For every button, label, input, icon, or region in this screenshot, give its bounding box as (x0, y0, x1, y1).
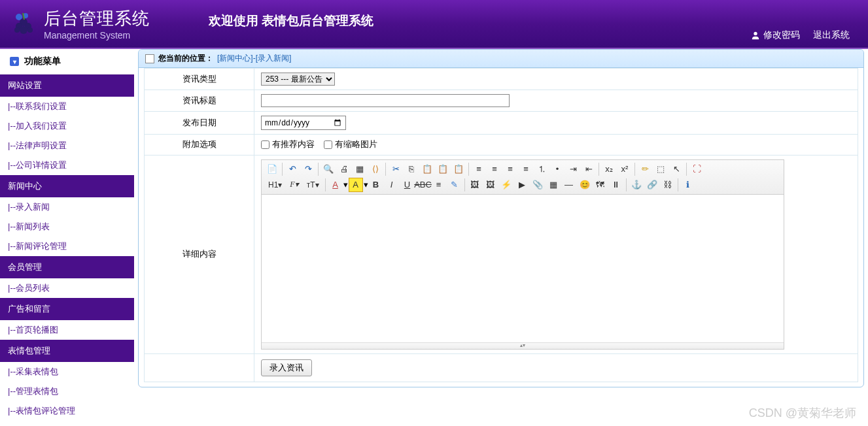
bold-icon[interactable]: B (369, 178, 383, 192)
table-icon[interactable]: ▦ (546, 178, 561, 192)
align-right-icon[interactable]: ≡ (503, 162, 517, 176)
breadcrumb-path: [新闻中心]-[录入新闻] (217, 53, 291, 64)
paste-icon[interactable]: 📋 (420, 162, 434, 176)
paste-word-icon[interactable]: 📋 (451, 162, 466, 176)
outdent-icon[interactable]: ⇤ (582, 162, 596, 176)
welcome-text: 欢迎使用 表情包后台管理系统 (209, 12, 373, 29)
menu-title: ▾ 功能菜单 (0, 49, 134, 74)
cut-icon[interactable]: ✂ (389, 162, 403, 176)
logout-link[interactable]: 退出系统 (813, 29, 850, 41)
content-label: 详细内容 (145, 155, 254, 353)
title-input[interactable] (261, 94, 510, 107)
fullscreen-icon[interactable]: ⛶ (689, 162, 704, 176)
editor-body[interactable] (262, 195, 784, 342)
breadcrumb: 您当前的位置： [新闻中心]-[录入新闻] (139, 50, 863, 68)
menu-item[interactable]: |--新闻评论管理 (0, 237, 134, 256)
heading-select[interactable]: H1▾ (265, 178, 285, 192)
preview-icon[interactable]: 🔍 (321, 162, 336, 176)
editor-toolbar: 📄 ↶ ↷ 🔍 🖨 ▦ ⟨⟩ (262, 160, 784, 195)
select-all-icon[interactable]: ⬚ (653, 162, 668, 176)
thumb-checkbox-wrap[interactable]: 有缩略图片 (324, 139, 377, 150)
code-icon[interactable]: ⟨⟩ (368, 162, 383, 176)
subscript-icon[interactable]: x₂ (602, 162, 616, 176)
rich-text-editor: 📄 ↶ ↷ 🔍 🖨 ▦ ⟨⟩ (261, 159, 784, 350)
menu-group[interactable]: 表情包管理 (0, 340, 134, 362)
menu-group[interactable]: 网站设置 (0, 74, 134, 97)
template-icon[interactable]: ▦ (353, 162, 367, 176)
editor-resize-handle[interactable]: ▴▾ (262, 342, 784, 349)
about-icon[interactable]: ℹ (681, 178, 695, 192)
type-select[interactable]: 253 --- 最新公告 (261, 73, 335, 86)
svg-point-8 (754, 32, 757, 35)
align-center-icon[interactable]: ≡ (487, 162, 502, 176)
svg-point-6 (14, 27, 20, 33)
font-size-select[interactable]: тT▾ (304, 178, 322, 192)
thumb-checkbox[interactable] (324, 140, 332, 149)
font-family-select[interactable]: F▾ (286, 178, 302, 192)
menu-item[interactable]: |--首页轮播图 (0, 320, 134, 340)
menu-item[interactable]: |--会员列表 (0, 278, 134, 298)
multi-image-icon[interactable]: 🖼 (483, 178, 498, 192)
menu-item[interactable]: |--联系我们设置 (0, 97, 134, 116)
undo-icon[interactable]: ↶ (285, 162, 300, 176)
link-icon[interactable]: 🔗 (645, 178, 659, 192)
menu-group[interactable]: 会员管理 (0, 256, 134, 278)
menu-item[interactable]: |--法律声明设置 (0, 136, 134, 156)
menu-item[interactable]: |--管理表情包 (0, 382, 134, 401)
cursor-icon[interactable]: ↖ (669, 162, 684, 176)
date-label: 发布日期 (145, 112, 254, 135)
user-icon (751, 31, 760, 40)
hr-icon[interactable]: — (562, 178, 576, 192)
menu-item[interactable]: |--采集表情包 (0, 362, 134, 382)
title-label: 资讯标题 (145, 90, 254, 112)
emoji-icon[interactable]: 😊 (578, 178, 592, 192)
list-ul-icon[interactable]: • (550, 162, 564, 176)
menu-group[interactable]: 广告和留言 (0, 298, 134, 320)
menu-item[interactable]: |--表情包评论管理 (0, 401, 134, 421)
submit-button[interactable]: 录入资讯 (261, 359, 312, 376)
menu-item[interactable]: |--公司详情设置 (0, 156, 134, 175)
recommend-checkbox[interactable] (261, 140, 269, 149)
copy-icon[interactable]: ⎘ (404, 162, 419, 176)
list-ol-icon[interactable]: ⒈ (534, 162, 549, 176)
page-icon (145, 54, 154, 63)
svg-point-5 (20, 26, 27, 34)
recommend-checkbox-wrap[interactable]: 有推荐内容 (261, 139, 315, 150)
paste-text-icon[interactable]: 📋 (436, 162, 450, 176)
page-break-icon[interactable]: ⏸ (609, 178, 623, 192)
underline-icon[interactable]: U (400, 178, 415, 192)
header: 后台管理系统 Management System 欢迎使用 表情包后台管理系统 … (0, 0, 868, 49)
menu-collapse-icon[interactable]: ▾ (10, 57, 19, 66)
clear-format-icon[interactable]: ✏ (638, 162, 652, 176)
sidebar: ▾ 功能菜单 网站设置|--联系我们设置|--加入我们设置|--法律声明设置|-… (0, 49, 134, 426)
superscript-icon[interactable]: x² (617, 162, 632, 176)
redo-icon[interactable]: ↷ (301, 162, 315, 176)
media-icon[interactable]: ▶ (515, 178, 529, 192)
italic-icon[interactable]: I (385, 178, 399, 192)
indent-icon[interactable]: ⇥ (566, 162, 580, 176)
file-icon[interactable]: 📎 (530, 178, 545, 192)
remove-format-icon[interactable]: ✎ (447, 178, 462, 192)
line-height-icon[interactable]: ≡ (432, 178, 446, 192)
font-color-icon[interactable]: A (328, 178, 343, 192)
source-icon[interactable]: 📄 (265, 162, 279, 176)
app-title-en: Management System (44, 30, 150, 41)
anchor-icon[interactable]: ⚓ (629, 178, 644, 192)
bg-color-icon[interactable]: A (349, 178, 363, 192)
date-input[interactable] (261, 116, 346, 130)
type-label: 资讯类型 (145, 69, 254, 90)
menu-item[interactable]: |--加入我们设置 (0, 116, 134, 136)
strike-icon[interactable]: ABC (416, 178, 430, 192)
print-icon[interactable]: 🖨 (337, 162, 351, 176)
align-justify-icon[interactable]: ≡ (519, 162, 533, 176)
menu-item[interactable]: |--新闻列表 (0, 217, 134, 237)
menu-group[interactable]: 新闻中心 (0, 175, 134, 197)
unlink-icon[interactable]: ⛓ (661, 178, 675, 192)
menu-item[interactable]: |--录入新闻 (0, 197, 134, 217)
align-left-icon[interactable]: ≡ (472, 162, 486, 176)
svg-point-7 (27, 27, 33, 33)
flash-icon[interactable]: ⚡ (499, 178, 513, 192)
map-icon[interactable]: 🗺 (593, 178, 608, 192)
image-icon[interactable]: 🖼 (468, 178, 482, 192)
change-password-link[interactable]: 修改密码 (751, 29, 800, 41)
